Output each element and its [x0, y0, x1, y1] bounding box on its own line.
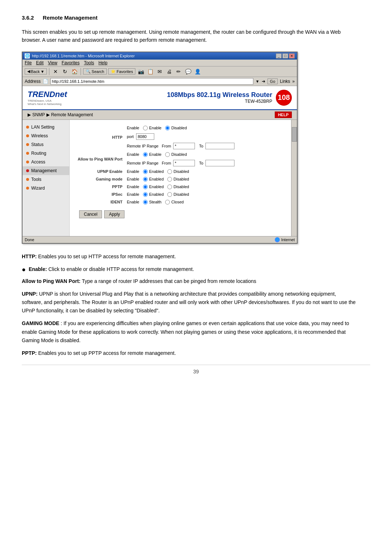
browser-window: 🌐 http://192.168.1.1/remote.htm - Micros… [22, 52, 298, 244]
ident-closed-text: Closed [171, 200, 184, 204]
ipsec-cell: Enable Enabled Disabled [124, 191, 285, 198]
globe-icon: 🌐 [275, 237, 280, 242]
menu-favorites[interactable]: Favorites [62, 60, 79, 65]
media-icon[interactable]: 📷 [137, 68, 145, 76]
router-model-area: 108Mbps 802.11g Wireless Router TEW-452B… [167, 90, 292, 106]
sidebar-item-routing[interactable]: Routing [23, 149, 69, 158]
pptp-description: PPTP: Enables you to set up PPTP access … [22, 349, 356, 357]
ping-enable-label: Enable [127, 152, 139, 157]
user-icon[interactable]: 👤 [193, 68, 201, 76]
router-header: TRENDnet TRENDware, USA What's Next in N… [23, 86, 297, 110]
menu-view[interactable]: View [48, 60, 57, 65]
http-enable-radio[interactable]: Enable [143, 126, 162, 130]
ping-remote-ip-cell: Remote IP Range From To [124, 158, 285, 168]
router-main: LAN Setting Wireless Status Routing Acce… [23, 120, 297, 236]
gaming-enabled-radio[interactable]: Enabled [143, 177, 164, 182]
sidebar-label-status: Status [31, 142, 44, 147]
mail-icon[interactable]: ✉ [156, 68, 164, 76]
sidebar-item-tools[interactable]: Tools [23, 175, 69, 184]
ident-stealth-radio-btn[interactable] [143, 200, 148, 204]
sidebar-item-management[interactable]: Management [23, 166, 69, 175]
dot-wizard [26, 187, 29, 190]
http-enable-radio-btn[interactable] [143, 126, 148, 130]
back-arrow: ▼ [40, 69, 44, 74]
menu-help[interactable]: Help [98, 60, 107, 65]
gaming-disabled-radio[interactable]: Disabled [167, 177, 189, 182]
pptp-disabled-radio[interactable]: Disabled [167, 185, 189, 189]
menu-file[interactable]: File [25, 60, 32, 65]
ipsec-disabled-radio-btn[interactable] [167, 192, 172, 197]
ipsec-enabled-radio-btn[interactable] [143, 192, 148, 197]
sidebar-item-status[interactable]: Status [23, 140, 69, 149]
sidebar-item-access[interactable]: Access [23, 158, 69, 166]
upnp-disabled-radio[interactable]: Disabled [167, 169, 189, 174]
scroll-thumb[interactable] [292, 127, 297, 142]
http-remote-ip-cell: Remote IP Range From To [124, 141, 285, 151]
sidebar-item-lan[interactable]: LAN Setting [23, 123, 69, 131]
cancel-button[interactable]: Cancel [79, 210, 102, 218]
upnp-enabled-radio-btn[interactable] [143, 169, 148, 174]
ping-enable-radio-btn[interactable] [143, 152, 148, 157]
http-remote-ip-from[interactable] [173, 143, 195, 149]
stop-icon[interactable]: ✕ [52, 68, 60, 76]
pptp-disabled-radio-btn[interactable] [167, 185, 172, 189]
gaming-enabled-text: Enabled [149, 177, 164, 181]
history-icon[interactable]: 📋 [146, 68, 154, 76]
address-input[interactable] [50, 78, 253, 85]
gaming-label: GAMING MODE [22, 320, 59, 326]
search-button[interactable]: 🔍 Search [83, 68, 107, 74]
gaming-enable-label: Enable [127, 177, 139, 181]
ping-remote-ip-to[interactable] [205, 160, 234, 166]
edit-icon[interactable]: ✏ [175, 68, 183, 76]
dropdown-arrow[interactable]: ▼ [256, 79, 260, 84]
http-disabled-radio-btn[interactable] [165, 126, 170, 130]
pptp-label: PPTP: [22, 350, 37, 356]
ident-stealth-radio[interactable]: Stealth [143, 200, 162, 204]
discuss-icon[interactable]: 💬 [184, 68, 192, 76]
back-button[interactable]: ◀ Back ▼ [25, 68, 47, 74]
ipsec-disabled-radio[interactable]: Disabled [167, 192, 189, 197]
ping-disabled-radio[interactable]: Disabled [165, 152, 187, 157]
apply-button[interactable]: Apply [104, 210, 124, 218]
body-content: HTTP: Enables you to set up HTTP access … [22, 252, 356, 357]
pptp-enabled-radio-btn[interactable] [143, 185, 148, 189]
go-button[interactable]: Go [268, 78, 278, 84]
breadcrumb-nav: ▶ SNMP ▶ Remote Management [28, 112, 93, 117]
help-button[interactable]: HELP [275, 112, 292, 118]
home-icon[interactable]: 🏠 [70, 68, 78, 76]
ipsec-enabled-radio[interactable]: Enabled [143, 192, 164, 197]
scrollbar[interactable] [291, 120, 297, 236]
http-disabled-radio[interactable]: Disabled [165, 126, 187, 130]
dot-access [26, 161, 29, 163]
print-icon[interactable]: 🖨 [165, 68, 173, 76]
breadcrumb-snmp[interactable]: SNMP [32, 112, 45, 117]
upnp-disabled-radio-btn[interactable] [167, 169, 172, 174]
http-port-input[interactable] [136, 133, 154, 140]
sidebar-item-wizard[interactable]: Wizard [23, 184, 69, 193]
http-remote-ip-to[interactable] [205, 143, 234, 149]
favorites-button[interactable]: ⭐ Favorites [108, 68, 135, 74]
address-bar: Address 📄 ▼ ➜ Go Links » [23, 77, 297, 86]
ping-enable-radio[interactable]: Enable [143, 152, 162, 157]
upnp-label: UPNP: [22, 291, 38, 297]
upnp-enabled-text: Enabled [149, 169, 164, 174]
upnp-enabled-radio[interactable]: Enabled [143, 169, 164, 174]
ping-enable-row: Enable Enable Disabled [124, 151, 285, 158]
ping-disabled-radio-btn[interactable] [165, 152, 170, 157]
menu-tools[interactable]: Tools [84, 60, 94, 65]
ident-closed-radio[interactable]: Closed [165, 200, 184, 204]
sidebar-item-wireless[interactable]: Wireless [23, 131, 69, 140]
restore-btn[interactable]: □ [282, 53, 288, 58]
ident-stealth-text: Stealth [149, 200, 162, 204]
pptp-enabled-radio[interactable]: Enabled [143, 185, 164, 189]
gaming-enabled-radio-btn[interactable] [143, 177, 148, 182]
breadcrumb-remote[interactable]: Remote Management [51, 112, 93, 117]
gaming-disabled-radio-btn[interactable] [167, 177, 172, 182]
menu-edit[interactable]: Edit [36, 60, 44, 65]
minimize-btn[interactable]: _ [276, 53, 282, 58]
refresh-icon[interactable]: ↻ [61, 68, 69, 76]
close-btn[interactable]: ✕ [289, 53, 295, 58]
ping-remote-ip-from[interactable] [173, 160, 195, 166]
router-page: TRENDnet TRENDware, USA What's Next in N… [23, 86, 297, 243]
ident-closed-radio-btn[interactable] [165, 200, 170, 204]
